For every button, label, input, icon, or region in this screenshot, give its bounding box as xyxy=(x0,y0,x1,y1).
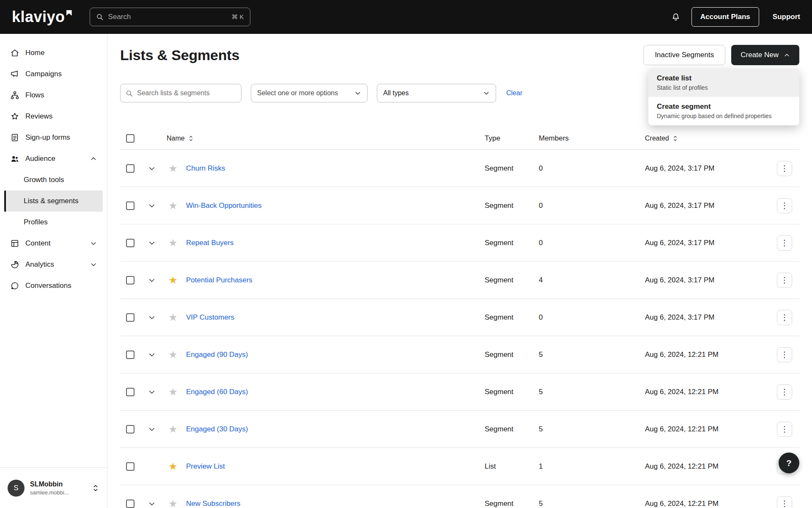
star-icon[interactable]: ★ xyxy=(168,312,178,323)
row-actions-button[interactable]: ⋮ xyxy=(777,496,792,508)
chat-bubble-icon xyxy=(10,281,19,290)
inactive-segments-button[interactable]: Inactive Segments xyxy=(643,45,725,65)
type-filter-select[interactable]: All types xyxy=(377,84,496,102)
row-name-link[interactable]: Repeat Buyers xyxy=(183,239,485,247)
row-checkbox[interactable] xyxy=(126,202,134,210)
sort-icon[interactable] xyxy=(188,135,194,142)
row-checkbox[interactable] xyxy=(126,313,134,322)
global-search-input[interactable] xyxy=(108,13,227,21)
star-icon[interactable]: ★ xyxy=(168,499,178,508)
star-icon[interactable]: ★ xyxy=(168,424,178,434)
sidebar-item-analytics[interactable]: Analytics xyxy=(0,254,107,275)
star-icon[interactable]: ★ xyxy=(168,163,178,174)
star-outline-icon xyxy=(10,112,19,121)
row-actions-button[interactable]: ⋮ xyxy=(777,273,792,288)
menu-item-create-list[interactable]: Create list Static list of profiles xyxy=(648,69,799,97)
sidebar-item-flows[interactable]: Flows xyxy=(0,85,107,106)
row-members: 5 xyxy=(539,425,645,433)
row-checkbox[interactable] xyxy=(126,388,134,396)
star-icon[interactable]: ★ xyxy=(168,238,178,248)
row-actions-button[interactable]: ⋮ xyxy=(777,347,792,362)
row-members: 0 xyxy=(539,313,645,322)
row-type: Segment xyxy=(485,202,539,210)
row-name-link[interactable]: Engaged (60 Days) xyxy=(183,388,485,396)
star-icon[interactable]: ★ xyxy=(168,461,178,472)
row-expand-chevron-icon[interactable] xyxy=(148,165,156,172)
list-search[interactable] xyxy=(120,84,241,102)
row-actions-button[interactable]: ⋮ xyxy=(777,384,792,400)
tags-filter-select[interactable]: Select one or more options xyxy=(251,84,368,102)
row-checkbox[interactable] xyxy=(126,425,134,433)
row-name-link[interactable]: Win-Back Opportunities xyxy=(183,202,485,210)
column-header-name[interactable]: Name xyxy=(163,135,485,142)
row-checkbox[interactable] xyxy=(126,351,134,359)
column-header-created[interactable]: Created xyxy=(645,135,777,142)
star-icon[interactable]: ★ xyxy=(168,201,178,211)
row-actions-button[interactable]: ⋮ xyxy=(777,198,792,213)
select-all-checkbox[interactable] xyxy=(126,134,134,143)
row-name-link[interactable]: Potential Purchasers xyxy=(183,276,485,284)
list-search-input[interactable] xyxy=(137,89,236,97)
row-name-link[interactable]: Churn Risks xyxy=(183,164,485,173)
global-search[interactable]: ⌘ K xyxy=(90,8,250,26)
sidebar-item-reviews[interactable]: Reviews xyxy=(0,106,107,127)
row-actions-button[interactable]: ⋮ xyxy=(777,310,792,325)
account-plans-button[interactable]: Account Plans xyxy=(691,7,759,27)
sidebar-label-signup-forms: Sign-up forms xyxy=(25,133,70,142)
star-icon[interactable]: ★ xyxy=(168,275,178,285)
row-checkbox[interactable] xyxy=(126,239,134,247)
support-link[interactable]: Support xyxy=(773,13,800,21)
sidebar-item-conversations[interactable]: Conversations xyxy=(0,275,107,296)
row-actions-button[interactable]: ⋮ xyxy=(777,235,792,251)
sidebar-item-growth-tools[interactable]: Growth tools xyxy=(0,169,107,190)
row-expand-chevron-icon[interactable] xyxy=(148,202,156,210)
row-checkbox[interactable] xyxy=(126,164,134,173)
row-name-link[interactable]: VIP Customers xyxy=(183,313,485,322)
clear-filters-link[interactable]: Clear xyxy=(506,89,522,97)
sidebar-item-signup-forms[interactable]: Sign-up forms xyxy=(0,127,107,148)
create-segment-title: Create segment xyxy=(657,102,791,111)
row-expand-chevron-icon[interactable] xyxy=(148,500,156,508)
sidebar-label-lists-segments: Lists & segments xyxy=(24,197,78,205)
column-header-members[interactable]: Members xyxy=(539,134,645,143)
sidebar-item-audience[interactable]: Audience xyxy=(0,148,107,169)
create-new-dropdown: Create list Static list of profiles Crea… xyxy=(648,69,799,125)
klaviyo-logo[interactable]: klaviyo xyxy=(12,9,72,25)
table-row: ★ Potential Purchasers Segment 4 Aug 6, … xyxy=(120,262,799,299)
row-expand-chevron-icon[interactable] xyxy=(148,351,156,359)
row-name-link[interactable]: New Subscribers xyxy=(183,500,485,508)
sort-icon[interactable] xyxy=(672,135,678,142)
help-button[interactable]: ? xyxy=(779,453,799,473)
sidebar-label-profiles: Profiles xyxy=(24,218,48,226)
row-checkbox[interactable] xyxy=(126,500,134,508)
row-actions-button[interactable]: ⋮ xyxy=(777,161,792,176)
row-actions-button[interactable]: ⋮ xyxy=(777,422,792,437)
sidebar-item-lists-segments[interactable]: Lists & segments xyxy=(4,190,103,212)
row-expand-chevron-icon[interactable] xyxy=(148,388,156,396)
sidebar-item-home[interactable]: Home xyxy=(0,42,107,64)
row-type: Segment xyxy=(485,388,539,396)
sidebar-item-profiles[interactable]: Profiles xyxy=(0,212,107,233)
header-actions: Inactive Segments Create New Create list… xyxy=(643,45,799,65)
row-name-link[interactable]: Engaged (90 Days) xyxy=(183,351,485,359)
user-account-menu[interactable]: S SLMobbin samlee.mobbi... xyxy=(0,467,107,508)
row-name-link[interactable]: Preview List xyxy=(183,462,485,471)
row-name-link[interactable]: Engaged (30 Days) xyxy=(183,425,485,433)
row-checkbox[interactable] xyxy=(126,276,134,284)
row-checkbox[interactable] xyxy=(126,462,134,471)
row-expand-chevron-icon[interactable] xyxy=(148,314,156,321)
create-new-button[interactable]: Create New xyxy=(731,45,799,65)
sidebar-label-conversations: Conversations xyxy=(25,282,71,290)
search-shortcut-hint: ⌘ K xyxy=(231,13,244,21)
row-expand-chevron-icon[interactable] xyxy=(148,276,156,284)
star-icon[interactable]: ★ xyxy=(168,387,178,397)
sidebar-item-campaigns[interactable]: Campaigns xyxy=(0,64,107,85)
menu-item-create-segment[interactable]: Create segment Dynamic group based on de… xyxy=(648,97,799,125)
sidebar-item-content[interactable]: Content xyxy=(0,233,107,254)
row-expand-chevron-icon[interactable] xyxy=(148,425,156,433)
star-icon[interactable]: ★ xyxy=(168,350,178,360)
row-expand-chevron-icon[interactable] xyxy=(148,239,156,247)
row-members: 0 xyxy=(539,202,645,210)
notifications-bell-icon[interactable] xyxy=(671,12,680,22)
column-header-type[interactable]: Type xyxy=(485,134,539,143)
